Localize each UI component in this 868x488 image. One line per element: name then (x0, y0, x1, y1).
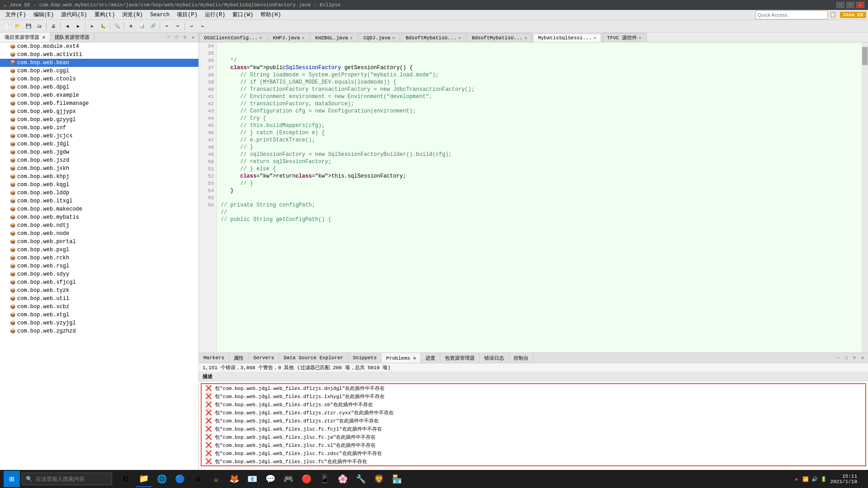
bottom-close-btn[interactable]: ✕ (859, 354, 866, 361)
package-tree[interactable]: 📦com.bop.module.ext4📦com.bop.web.activit… (0, 42, 198, 479)
bottom-maximize-btn[interactable]: □ (843, 354, 850, 361)
toolbar-open[interactable]: 📂 (13, 21, 23, 31)
toolbar-back[interactable]: ◀ (62, 21, 72, 31)
tree-item[interactable]: 📦com.bop.web.sfjcgl (0, 278, 198, 286)
toolbar-new[interactable]: 📄 (2, 21, 12, 31)
error-item[interactable]: ❌包"com.bop.web.jdgl.web_files.jlsc.fc"在此… (202, 457, 865, 465)
menu-search[interactable]: Search (146, 10, 173, 19)
tree-item[interactable]: 📦com.bop.web.lddp (0, 189, 198, 197)
toolbar-search[interactable]: 🔍 (112, 21, 122, 31)
error-item[interactable]: ❌包"com.bop.web.jdgl.web_files.dflzjs.ztz… (202, 417, 865, 425)
tree-item[interactable]: 📦com.bop.module.ext4 (0, 42, 198, 51)
tab-close-btn[interactable]: ✕ (259, 35, 262, 41)
tree-item[interactable]: 📦com.bop.web.bean (0, 59, 198, 67)
bottom-tab[interactable]: Data Source Explorer (279, 353, 348, 363)
tree-item[interactable]: 📦com.bop.web.portal (0, 238, 198, 246)
menu-source[interactable]: 源代码(S) (57, 10, 91, 19)
bottom-tab[interactable]: 错误日志 (480, 353, 509, 363)
editor-tab[interactable]: CQDJ.java✕ (359, 33, 400, 42)
editor-tab[interactable]: BdsoftMybatisU...✕ (467, 33, 532, 42)
bottom-tab[interactable]: Problems ✕ (382, 353, 421, 363)
toolbar-run[interactable]: ▶ (87, 21, 97, 31)
toolbar-debug[interactable]: 🐛 (98, 21, 108, 31)
tree-item[interactable]: 📦com.bop.web.yzyjgl (0, 319, 198, 327)
taskbar-app-app9[interactable]: 🏪 (389, 471, 405, 487)
menu-navigate[interactable]: 浏览(N) (118, 10, 146, 19)
tab-close-btn[interactable]: ✕ (639, 35, 642, 41)
toolbar-next[interactable]: ➡ (173, 21, 183, 31)
tree-item[interactable]: 📦com.bop.web.tyzk (0, 286, 198, 295)
taskbar-app-app3[interactable]: 🎮 (280, 471, 297, 487)
taskbar-app-settings[interactable]: ⚙ (190, 471, 206, 487)
tree-item[interactable]: 📦com.bop.web.mybatis (0, 213, 198, 221)
panel-close-btn[interactable]: ✕ (189, 34, 197, 41)
tree-item[interactable]: 📦com.bop.web.jxkh (0, 164, 198, 173)
tree-item[interactable]: 📦com.bop.web.pxgl (0, 246, 198, 254)
toolbar-print[interactable]: 🖨 (48, 21, 58, 31)
menu-run[interactable]: 运行(R) (201, 10, 229, 19)
panel-menu-btn[interactable]: ▽ (181, 34, 189, 41)
tree-item[interactable]: 📦com.bop.web.makecode (0, 205, 198, 213)
tree-item[interactable]: 📦com.bop.web.ndtj (0, 221, 198, 230)
tree-item[interactable]: 📦com.bop.web.kqgl (0, 181, 198, 189)
toolbar-undo[interactable]: ↩ (187, 21, 197, 31)
error-item[interactable]: ❌包"com.bop.web.jdgl.web_files.dflzjs.dnj… (202, 384, 865, 392)
close-button[interactable]: ✕ (856, 2, 864, 8)
tree-item[interactable]: 📦com.bop.web.jdgl (0, 140, 198, 148)
start-button[interactable]: ⊞ (4, 471, 20, 487)
bottom-tab[interactable]: Snippets (348, 353, 382, 363)
toolbar-more1[interactable]: ⚙ (126, 21, 136, 31)
editor-tab[interactable]: TFVC 源控件✕ (602, 33, 646, 42)
tab-close-btn[interactable]: ✕ (350, 35, 353, 41)
taskbar-app-app6[interactable]: 🌸 (335, 471, 351, 487)
taskbar-app-eclipse[interactable]: ☕ (208, 471, 224, 487)
taskbar-search[interactable]: 🔍 在这里输入搜索内容 (22, 473, 112, 485)
toolbar-save-all[interactable]: 🗂 (34, 21, 44, 31)
tree-item[interactable]: 📦com.bop.web.util (0, 295, 198, 303)
tab-team-explorer[interactable]: 团队资源管理器 (50, 33, 94, 42)
tree-item[interactable]: 📦com.bop.web.inf (0, 124, 198, 132)
tree-item[interactable]: 📦com.bop.web.rckh (0, 254, 198, 262)
tree-item[interactable]: 📦com.bop.web.jcjcs (0, 132, 198, 140)
tree-item[interactable]: 📦com.bop.web.gzyygl (0, 116, 198, 124)
taskbar-app-edge[interactable]: 🌐 (154, 471, 170, 487)
bottom-menu-btn[interactable]: ▽ (851, 354, 858, 361)
tree-item[interactable]: 📦com.bop.web.xtgl (0, 311, 198, 319)
toolbar-save[interactable]: 💾 (24, 21, 33, 31)
taskbar-app-app4[interactable]: 🔴 (298, 471, 315, 487)
minimize-button[interactable]: ─ (836, 2, 844, 8)
tree-item[interactable]: 📦com.bop.web.xcbz (0, 303, 198, 311)
editor-scrollbar[interactable] (862, 42, 868, 352)
error-item[interactable]: ❌包"com.bop.web.jdgl.web_files.jlsc.fc.sl… (202, 441, 865, 449)
problems-list[interactable]: 描述 ❌包"com.bop.web.jdgl.web_files.dflzjs.… (199, 372, 868, 479)
taskbar-app-explorer[interactable]: 📁 (136, 471, 152, 487)
taskbar-app-app7[interactable]: 🔧 (353, 471, 369, 487)
tab-close-btn[interactable]: ✕ (524, 35, 527, 41)
tab-project-explorer[interactable]: 项目资源管理器 ✕ (0, 33, 50, 42)
tree-item[interactable]: 📦com.bop.web.filemanage (0, 99, 198, 108)
error-item[interactable]: ❌包"com.bop.web.jdgl.web_files.jlsc.fc.zd… (202, 449, 865, 457)
tree-item[interactable]: 📦com.bop.web.ltxgl (0, 197, 198, 205)
clock[interactable]: 15:11 2021/1/18 (830, 474, 857, 484)
taskbar-app-chrome[interactable]: 🔵 (172, 471, 188, 487)
toolbar-more3[interactable]: 🔗 (148, 21, 158, 31)
bottom-tab[interactable]: Servers (249, 353, 279, 363)
menu-refactor[interactable]: 重构(t) (91, 10, 119, 19)
tree-item[interactable]: 📦com.bop.web.rsgl (0, 262, 198, 270)
tree-item[interactable]: 📦com.bop.web.gjjypx (0, 108, 198, 116)
taskbar-app-app2[interactable]: 💬 (262, 471, 278, 487)
editor-tab[interactable]: MybatisSqlSessi...✕ (533, 33, 601, 42)
tab-close-btn[interactable]: ✕ (458, 35, 461, 41)
error-item[interactable]: ❌包"com.bop.web.jdgl.web_files.jlsc.fc.ja… (202, 433, 865, 441)
code-scroll-area[interactable]: 3435363738394041424344454647484950515253… (199, 42, 862, 352)
tree-item[interactable]: 📦com.bop.web.ctools (0, 75, 198, 83)
tree-item[interactable]: 📦com.bop.web.dpgl (0, 83, 198, 91)
tree-item[interactable]: 📦com.bop.web.khpj (0, 173, 198, 181)
editor-tab[interactable]: BdsoftMybatisU...✕ (401, 33, 466, 42)
bottom-tab[interactable]: 控制台 (509, 353, 533, 363)
toolbar-more2[interactable]: 📊 (137, 21, 147, 31)
panel-minimize-btn[interactable]: ─ (165, 34, 172, 41)
tree-item[interactable]: 📦com.bop.web.cggl (0, 67, 198, 75)
tree-item[interactable]: 📦com.bop.web.example (0, 91, 198, 99)
tab-close-btn[interactable]: ✕ (594, 35, 596, 41)
